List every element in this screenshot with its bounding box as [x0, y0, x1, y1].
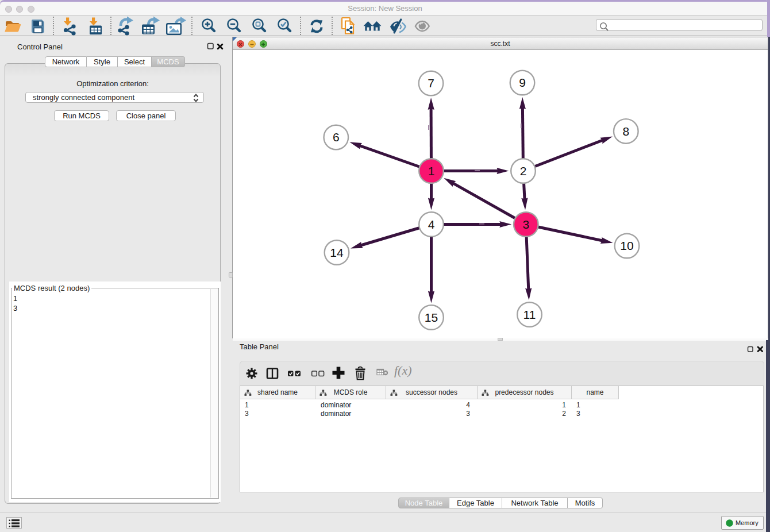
svg-text:3: 3: [522, 218, 529, 231]
svg-text:15: 15: [425, 311, 438, 324]
svg-text:2: 2: [520, 164, 527, 178]
svg-text:4: 4: [428, 218, 435, 231]
svg-text:9: 9: [519, 76, 526, 89]
svg-text:1: 1: [428, 164, 435, 178]
svg-text:7: 7: [428, 76, 434, 90]
svg-text:11: 11: [523, 308, 536, 321]
svg-text:8: 8: [622, 125, 629, 138]
svg-text:14: 14: [330, 246, 344, 259]
svg-text:10: 10: [620, 239, 633, 252]
svg-text:6: 6: [333, 130, 340, 144]
